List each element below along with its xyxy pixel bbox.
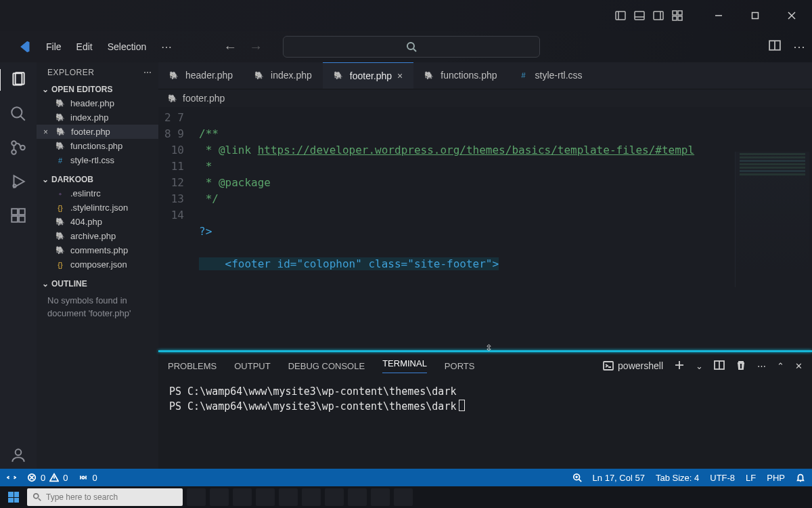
code-editor[interactable]: 2 7 8 9 10 11 12 13 14 /** * @link https… [158,107,812,350]
menu-edit[interactable]: Edit [72,39,97,55]
panel-tab-terminal[interactable]: TERMINAL [382,358,427,373]
section-open-editors[interactable]: ⌄OPEN EDITORS [37,83,158,96]
open-editor-item[interactable]: 🐘functions.php [37,139,158,153]
panel-tab-ports[interactable]: PORTS [445,361,475,371]
file-label: archive.php [70,231,116,241]
php-file-icon: 🐘 [55,142,65,151]
window-minimize-button[interactable] [704,5,734,26]
file-tree-item[interactable]: 🐘archive.php [37,229,158,243]
terminal-new-button[interactable] [674,360,685,373]
taskbar-app[interactable] [302,488,321,506]
sidebar-more-icon[interactable]: ⋯ [143,68,152,77]
close-editor-icon[interactable]: × [43,127,48,137]
taskbar-app[interactable] [348,488,367,506]
activity-explorer-icon[interactable] [9,70,28,89]
status-eol[interactable]: LF [746,473,756,483]
file-tree-item[interactable]: ◦.eslintrc [37,186,158,200]
close-tab-icon[interactable]: × [397,70,403,81]
taskbar-search[interactable]: Type here to search [27,488,183,506]
command-center-search[interactable] [283,36,540,58]
menu-bar: File Edit Selection ⋯ ← → ⋯ [0,31,812,62]
panel-tab-debug[interactable]: DEBUG CONSOLE [288,361,365,371]
panel-tab-problems[interactable]: PROBLEMS [168,361,217,371]
tab-label: index.php [271,70,312,81]
tab-label: functions.php [441,70,497,81]
terminal-split-icon[interactable] [714,360,725,373]
panel-more-icon[interactable]: ⋯ [757,361,766,371]
terminal-kill-icon[interactable] [736,360,746,373]
svg-rect-0 [616,12,625,20]
panel-resize-handle[interactable]: ⇳ [158,350,812,352]
taskbar-app[interactable] [210,488,229,506]
activity-accounts-icon[interactable] [9,446,28,465]
status-remote-icon[interactable] [7,473,16,482]
nav-forward-button[interactable]: → [249,39,263,55]
status-ports[interactable]: 0 [78,473,97,483]
code-line: */ [199,192,219,205]
breadcrumb[interactable]: 🐘 footer.php [158,89,812,107]
file-tree-item[interactable]: {}composer.json [37,257,158,272]
taskbar-app[interactable] [279,488,298,506]
svg-rect-6 [673,11,677,15]
toggle-primary-sidebar-icon[interactable] [614,9,627,22]
terminal-dropdown-icon[interactable]: ⌄ [696,361,703,371]
editor-content[interactable]: /** * @link https://developer.wordpress.… [194,107,812,350]
start-button[interactable] [4,488,23,507]
status-notifications-icon[interactable] [796,473,805,482]
taskbar-app[interactable] [233,488,252,506]
editor-tab[interactable]: 🐘footer.php× [323,62,413,89]
svg-point-42 [83,476,85,479]
taskbar-app[interactable] [256,488,275,506]
taskbar-app[interactable] [187,488,206,506]
file-tree-item[interactable]: 🐘comments.php [37,243,158,257]
window-maximize-button[interactable] [740,5,770,26]
split-editor-icon[interactable] [769,39,781,54]
activity-debug-icon[interactable] [9,172,28,191]
taskbar-app[interactable] [371,488,390,506]
file-tree-item[interactable]: 🐘404.php [37,215,158,229]
toggle-secondary-sidebar-icon[interactable] [652,9,664,22]
window-close-button[interactable] [777,5,807,26]
menu-overflow[interactable]: ⋯ [157,41,176,54]
open-editor-item[interactable]: 🐘index.php [37,110,158,125]
status-cursor-position[interactable]: Ln 17, Col 57 [593,473,645,483]
svg-line-44 [579,480,581,482]
title-bar [0,0,812,31]
customize-layout-icon[interactable] [671,9,683,22]
editor-tab[interactable]: 🐘header.php [158,62,244,89]
open-editor-item[interactable]: ×🐘footer.php [37,125,158,139]
section-outline[interactable]: ⌄OUTLINE [37,277,158,291]
editor-tab[interactable]: #style-rtl.css [508,62,593,89]
activity-extensions-icon[interactable] [9,206,28,225]
open-editor-item[interactable]: #style-rtl.css [37,153,158,167]
minimap[interactable] [735,152,809,287]
status-magnify-icon[interactable] [572,473,582,482]
php-file-icon: 🐘 [56,127,66,137]
toggle-panel-icon[interactable] [633,9,646,22]
code-link[interactable]: https://developer.wordpress.org/themes/b… [258,144,694,156]
editor-tab[interactable]: 🐘index.php [244,62,323,89]
menu-file[interactable]: File [42,39,66,55]
panel-tab-output[interactable]: OUTPUT [234,361,270,371]
taskbar-app[interactable] [394,488,413,506]
activity-scm-icon[interactable] [9,138,28,157]
taskbar-app[interactable] [325,488,344,506]
activity-search-icon[interactable] [9,104,28,123]
status-encoding[interactable]: UTF-8 [710,473,735,483]
file-label: style-rtl.css [70,155,114,165]
status-language[interactable]: PHP [767,473,785,483]
menu-selection[interactable]: Selection [104,39,151,55]
file-tree-item[interactable]: {}.stylelintrc.json [37,200,158,215]
panel-maximize-icon[interactable]: ⌃ [777,361,784,371]
status-indentation[interactable]: Tab Size: 4 [656,473,699,483]
resize-grip-icon[interactable]: ⇳ [485,343,493,353]
nav-back-button[interactable]: ← [223,39,237,55]
editor-tab[interactable]: 🐘functions.php [413,62,508,89]
editor-more-actions[interactable]: ⋯ [793,39,805,54]
status-problems[interactable]: 0 0 [27,473,68,483]
php-file-icon: 🐘 [254,70,264,80]
open-editor-item[interactable]: 🐘header.php [37,96,158,110]
panel-close-icon[interactable]: ✕ [795,361,803,371]
section-project[interactable]: ⌄DARKOOB [37,173,158,186]
terminal-shell-selector[interactable]: powershell [603,360,663,371]
